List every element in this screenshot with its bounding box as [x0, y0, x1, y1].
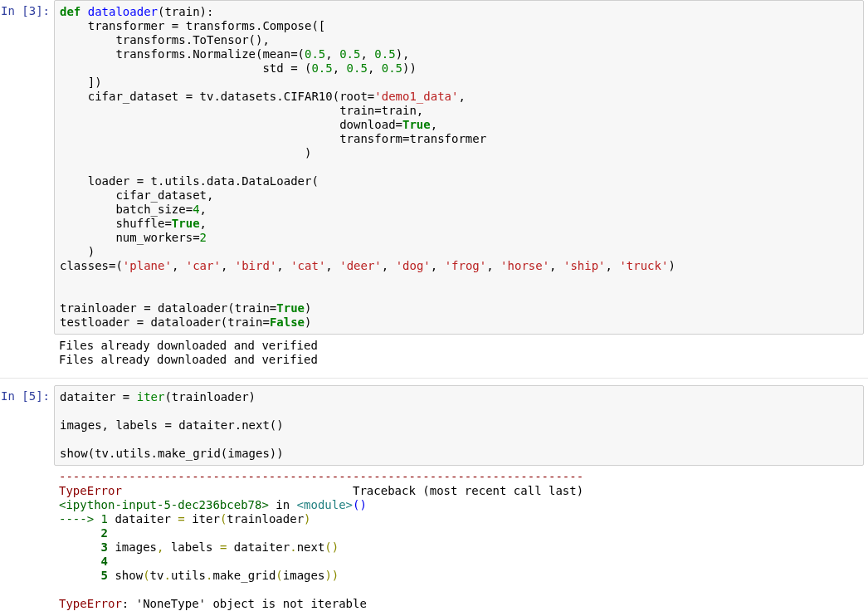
code-text: )	[60, 146, 311, 159]
tb-lineno: 2	[59, 526, 108, 540]
code-text: ,	[368, 61, 382, 75]
code-text: download=	[60, 118, 402, 131]
code-text: ,	[431, 118, 437, 131]
code-input[interactable]: def dataloader(train): transformer = tra…	[54, 0, 864, 335]
code-text: (train):	[158, 5, 213, 18]
code-text: )	[305, 315, 311, 329]
code-text: transforms.Normalize(mean=(	[60, 47, 305, 61]
tb-op: .	[163, 569, 170, 582]
code-text: ,	[431, 259, 445, 272]
code-text: loader = t.utils.data.DataLoader(	[60, 174, 319, 188]
input-prompt: In [3]:	[0, 0, 54, 22]
tb-code: images	[108, 540, 157, 554]
tb-in: in	[269, 498, 297, 511]
str: 'deer'	[339, 259, 382, 272]
tb-module: <module>	[297, 498, 353, 511]
code-text: ,	[200, 203, 207, 216]
code-text: num_workers=	[60, 231, 200, 244]
str: 'bird'	[235, 259, 277, 272]
tb-code: next	[297, 540, 325, 554]
builtin: iter	[137, 390, 165, 403]
code-text: ,	[333, 61, 347, 75]
code-text: )	[305, 301, 311, 315]
error-name: TypeError	[59, 597, 122, 610]
code-text: ,	[360, 47, 374, 61]
code-text: ,	[325, 47, 339, 61]
tb-dashes: ----------------------------------------…	[59, 470, 583, 483]
bool: True	[276, 301, 305, 315]
num: 0.5	[382, 61, 402, 75]
cell-body: dataiter = iter(trainloader) images, lab…	[54, 385, 864, 615]
code-text: ,	[458, 90, 465, 103]
num: 0.5	[339, 47, 360, 61]
str: 'truck'	[619, 259, 668, 272]
code-text: trainloader = dataloader(train=	[60, 301, 276, 315]
num: 0.5	[347, 61, 368, 75]
code-text: transformer = transforms.Compose([	[60, 19, 325, 32]
input-prompt: In [5]:	[0, 385, 54, 407]
tb-code: images	[283, 569, 325, 582]
code-text: dataiter =	[60, 390, 137, 403]
code-input[interactable]: dataiter = iter(trainloader) images, lab…	[54, 385, 864, 466]
tb-label: Traceback (most recent call last)	[122, 484, 583, 497]
code-text: ,	[606, 259, 620, 272]
str: 'dog'	[396, 259, 431, 272]
code-text: classes=(	[60, 259, 123, 272]
tb-code: make_grid	[213, 569, 276, 582]
keyword-def: def	[60, 5, 80, 18]
tb-code: utils	[171, 569, 206, 582]
stdout-output: Files already downloaded and verified Fi…	[54, 335, 864, 371]
bool: False	[270, 315, 305, 329]
code-text: std = (	[60, 61, 311, 75]
code-cell-3: In [3]: def dataloader(train): transform…	[0, 0, 868, 371]
code-text: (trainloader)	[164, 390, 256, 403]
code-text: ,	[276, 259, 290, 272]
tb-arrow: ----> 1	[59, 512, 108, 526]
tb-lineno: 4	[59, 555, 108, 568]
str: 'plane'	[123, 259, 172, 272]
str: 'demo1_data'	[374, 90, 458, 103]
code-text: )	[60, 245, 95, 258]
tb-paren: ()	[324, 540, 339, 554]
code-text: train=train,	[60, 104, 423, 117]
code-text: ))	[402, 61, 417, 75]
code-text: testloader = dataloader(train=	[60, 315, 270, 329]
code-text: show(tv.utils.make_grid(images))	[60, 447, 284, 460]
code-text: ,	[549, 259, 563, 272]
tb-code: tv	[150, 569, 164, 582]
tb-location: <ipython-input-5-dec236bceb78>	[59, 498, 269, 511]
str: 'ship'	[563, 259, 606, 272]
func-name: dataloader	[80, 5, 158, 18]
num: 0.5	[374, 47, 395, 61]
str: 'frog'	[445, 259, 487, 272]
tb-paren: )	[304, 512, 310, 526]
tb-code: trainloader	[227, 512, 304, 526]
str: 'cat'	[290, 259, 325, 272]
tb-op: .	[290, 540, 296, 554]
tb-paren: (	[276, 569, 282, 582]
str: 'car'	[186, 259, 221, 272]
tb-code: dataiter	[227, 540, 290, 554]
num: 0.5	[305, 47, 325, 61]
code-text: ])	[60, 76, 102, 89]
error-message: : 'NoneType' object is not iterable	[122, 597, 367, 610]
code-text: shuffle=	[60, 217, 172, 230]
code-cell-5: In [5]: dataiter = iter(trainloader) ima…	[0, 385, 868, 615]
code-text: ),	[396, 47, 410, 61]
code-text: ,	[200, 217, 207, 230]
tb-code: iter	[185, 512, 220, 526]
code-text: ,	[325, 259, 339, 272]
tb-paren: ()	[353, 498, 367, 511]
code-text: ,	[486, 259, 500, 272]
num: 4	[193, 203, 199, 216]
tb-code: dataiter	[108, 512, 178, 526]
code-text: images, labels = dataiter.next()	[60, 418, 284, 432]
tb-paren: (	[143, 569, 149, 582]
num: 2	[200, 231, 207, 244]
str: 'horse'	[500, 259, 549, 272]
code-text: )	[668, 259, 675, 272]
cell-body: def dataloader(train): transformer = tra…	[54, 0, 864, 371]
code-text: cifar_dataset,	[60, 188, 213, 202]
num: 0.5	[311, 61, 332, 75]
code-text: ,	[382, 259, 396, 272]
